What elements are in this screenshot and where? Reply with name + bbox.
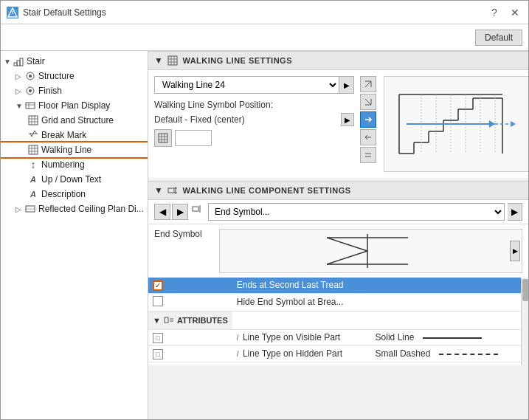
- svg-rect-4: [20, 58, 23, 66]
- end-symbol-expand-btn[interactable]: ▶: [510, 241, 520, 261]
- diag-icon-3[interactable]: [360, 111, 376, 128]
- tree-item-finish[interactable]: ▷ Finish: [1, 83, 148, 98]
- app-icon: [7, 7, 18, 18]
- end-symbol-area: End Symbol ▶: [148, 224, 528, 278]
- svg-rect-65: [168, 188, 174, 193]
- stair-label: Stair: [27, 56, 45, 66]
- ends-at-tread-label: Ends at Second Last Tread: [232, 278, 371, 293]
- diag-icon-4[interactable]: [360, 129, 376, 145]
- svg-rect-9: [26, 103, 35, 109]
- component-dropdown-btn[interactable]: ▶: [508, 203, 522, 221]
- numbering-icon: ↕: [27, 159, 39, 171]
- tree-item-grid-structure[interactable]: Grid and Structure: [1, 113, 148, 128]
- hide-end-checkbox[interactable]: [153, 296, 163, 306]
- floor-plan-icon: [24, 100, 36, 111]
- grid-structure-label: Grid and Structure: [41, 115, 114, 125]
- svg-marker-56: [489, 120, 495, 128]
- diagram-area: [360, 76, 522, 172]
- attributes-icon: [164, 315, 174, 326]
- tree-item-reflected[interactable]: ▷ Reflected Ceiling Plan Di...: [1, 202, 148, 216]
- description-label: Description: [41, 189, 86, 199]
- tree-item-walking-line[interactable]: Walking Line: [1, 142, 148, 157]
- close-button[interactable]: ✕: [508, 5, 522, 20]
- diag-icon-1[interactable]: [360, 76, 376, 92]
- line-visible-checkbox[interactable]: □: [153, 333, 163, 343]
- hide-end-label: Hide End Symbol at Brea...: [232, 293, 371, 311]
- table-row-ends-at-tread[interactable]: ✓ Ends at Second Last Tread: [148, 278, 528, 293]
- arrow-icon: ▷: [15, 205, 23, 213]
- end-symbol-svg: [312, 230, 430, 272]
- component-settings-header: ▼ WALKING LINE COMPONENT SETTINGS: [148, 181, 528, 200]
- symbol-position-row: Default - Fixed (center) ▶: [154, 113, 354, 126]
- arrow-icon: ▼: [4, 58, 11, 66]
- arrow-icon: ▷: [15, 87, 23, 95]
- settings-table: ✓ Ends at Second Last Tread Hide End Sym…: [148, 278, 528, 362]
- walking-line-dropdown[interactable]: Walking Line 24: [154, 76, 339, 94]
- up-down-text-icon: A: [27, 173, 39, 185]
- walking-line-dropdown-btn[interactable]: ▶: [339, 76, 354, 94]
- comp-icon: [191, 203, 203, 215]
- position-expand-btn[interactable]: ▶: [341, 113, 354, 126]
- line-hidden-value-cell: Small Dashed: [371, 345, 528, 362]
- table-row-line-hidden: □ / Line Type on Hidden Part Small Dashe…: [148, 345, 528, 362]
- attributes-row: ▼ ATTRIBUTES: [148, 311, 528, 329]
- grid-icon: [27, 114, 39, 126]
- structure-label: Structure: [38, 71, 75, 81]
- reflected-icon: [24, 203, 36, 215]
- window-title: Stair Default Settings: [23, 7, 106, 18]
- next-component-btn[interactable]: ▶: [172, 204, 188, 220]
- svg-rect-2: [14, 63, 17, 66]
- line-hidden-checkbox-cell: □: [148, 345, 232, 362]
- walking-left: Walking Line 24 ▶ Walking Line Symbol Po…: [154, 76, 354, 172]
- tree-item-description[interactable]: A Description: [1, 187, 148, 202]
- dashed-line-indicator: [439, 354, 498, 355]
- tree-item-break-mark[interactable]: Break Mark: [1, 128, 148, 142]
- tree-item-up-down-text[interactable]: A Up / Down Text: [1, 172, 148, 187]
- attributes-expand-icon[interactable]: ▼: [153, 316, 161, 325]
- ends-at-tread-checkbox[interactable]: ✓: [153, 280, 163, 291]
- section-collapse-icon[interactable]: ▼: [154, 55, 163, 66]
- svg-rect-3: [17, 61, 20, 66]
- diag-icon-2[interactable]: [360, 94, 376, 110]
- table-row-hide-end[interactable]: Hide End Symbol at Brea...: [148, 293, 528, 311]
- finish-icon: [24, 85, 36, 97]
- grid-section-icon: [167, 55, 178, 66]
- walking-top-layout: Walking Line 24 ▶ Walking Line Symbol Po…: [154, 76, 522, 172]
- description-icon: A: [27, 188, 39, 200]
- hide-end-checkbox-cell: [148, 293, 232, 311]
- svg-point-8: [29, 89, 32, 92]
- position-num-input[interactable]: 500: [175, 130, 212, 146]
- up-down-text-label: Up / Down Text: [41, 174, 101, 185]
- solid-line-indicator: [423, 337, 482, 339]
- tree-item-floor-plan[interactable]: ▼ Floor Plan Display: [1, 98, 148, 113]
- right-panel: ▼ WALKING LINE SETTINGS: [148, 51, 528, 419]
- grid-sym-icon-btn[interactable]: [154, 129, 172, 147]
- tree-item-stair[interactable]: ▼ Stair: [1, 54, 148, 69]
- properties-table-container: ✓ Ends at Second Last Tread Hide End Sym…: [148, 278, 528, 365]
- scrollbar[interactable]: [521, 278, 528, 365]
- line-hidden-label: / Line Type on Hidden Part: [232, 345, 371, 362]
- line-hidden-checkbox[interactable]: □: [153, 349, 163, 359]
- floor-plan-label: Floor Plan Display: [38, 100, 110, 111]
- default-button[interactable]: Default: [475, 30, 522, 46]
- stair-icon: [13, 55, 24, 67]
- tree-item-numbering[interactable]: ↕ Numbering: [1, 157, 148, 172]
- ends-at-tread-checkbox-cell: ✓: [148, 278, 232, 293]
- end-symbol-diagram: ▶: [219, 229, 522, 273]
- walking-line-label: Walking Line: [41, 145, 91, 155]
- component-settings-title: WALKING LINE COMPONENT SETTINGS: [182, 186, 350, 195]
- symbol-position-label: Walking Line Symbol Position:: [154, 100, 354, 110]
- numbering-label: Numbering: [41, 159, 85, 170]
- walking-line-settings-header: ▼ WALKING LINE SETTINGS: [148, 51, 528, 70]
- component-dropdown[interactable]: End Symbol...: [208, 203, 505, 221]
- scrollbar-thumb[interactable]: [522, 279, 528, 301]
- prev-component-btn[interactable]: ◀: [154, 204, 170, 220]
- help-button[interactable]: ?: [487, 5, 502, 20]
- tree-item-structure[interactable]: ▷ Structure: [1, 69, 148, 83]
- diag-icon-5[interactable]: [360, 147, 376, 163]
- attributes-label: ATTRIBUTES: [177, 316, 228, 325]
- comp-section-collapse-icon[interactable]: ▼: [154, 185, 163, 196]
- svg-rect-69: [193, 207, 198, 211]
- title-bar: Stair Default Settings ? ✕: [1, 1, 528, 24]
- walking-line-dropdown-row: Walking Line 24 ▶: [154, 76, 354, 94]
